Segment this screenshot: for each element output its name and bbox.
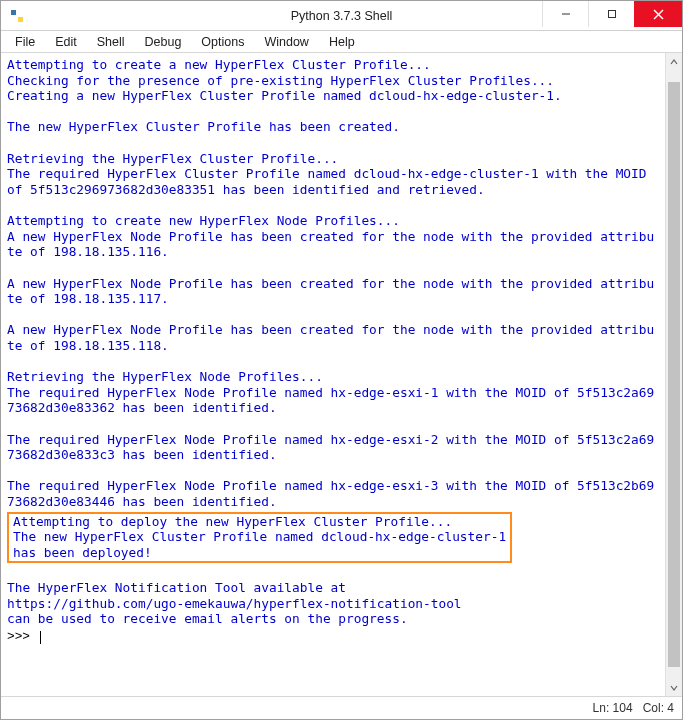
- window-controls: [542, 1, 682, 30]
- vertical-scrollbar[interactable]: [665, 53, 682, 696]
- content-area: Attempting to create a new HyperFlex Clu…: [1, 53, 682, 697]
- titlebar: Python 3.7.3 Shell: [1, 1, 682, 31]
- close-icon: [653, 9, 664, 20]
- status-column: Col: 4: [643, 701, 674, 715]
- chevron-down-icon: [670, 684, 678, 692]
- shell-output[interactable]: Attempting to create a new HyperFlex Clu…: [1, 53, 665, 696]
- svg-rect-0: [11, 10, 16, 15]
- menubar: File Edit Shell Debug Options Window Hel…: [1, 31, 682, 53]
- maximize-button[interactable]: [588, 1, 634, 27]
- menu-window[interactable]: Window: [254, 33, 318, 51]
- status-line: Ln: 104: [593, 701, 633, 715]
- text-cursor: [40, 631, 41, 644]
- output-text-1: Attempting to create a new HyperFlex Clu…: [7, 57, 659, 510]
- highlighted-output: Attempting to deploy the new HyperFlex C…: [7, 512, 512, 563]
- minimize-icon: [561, 9, 571, 19]
- scroll-down-button[interactable]: [666, 679, 682, 696]
- highlighted-text: Attempting to deploy the new HyperFlex C…: [13, 514, 506, 561]
- prompt-symbol: >>>: [7, 629, 38, 644]
- maximize-icon: [607, 9, 617, 19]
- svg-rect-1: [18, 17, 23, 22]
- scroll-up-button[interactable]: [666, 53, 682, 70]
- menu-edit[interactable]: Edit: [45, 33, 87, 51]
- prompt-line[interactable]: >>>: [7, 629, 659, 645]
- app-window: Python 3.7.3 Shell File Edit Shell Debug…: [0, 0, 683, 720]
- app-icon: [7, 6, 27, 26]
- output-text-2: The HyperFlex Notification Tool availabl…: [7, 565, 659, 627]
- menu-help[interactable]: Help: [319, 33, 365, 51]
- minimize-button[interactable]: [542, 1, 588, 27]
- scroll-thumb[interactable]: [668, 82, 680, 667]
- menu-debug[interactable]: Debug: [135, 33, 192, 51]
- statusbar: Ln: 104 Col: 4: [1, 697, 682, 719]
- menu-file[interactable]: File: [5, 33, 45, 51]
- menu-shell[interactable]: Shell: [87, 33, 135, 51]
- menu-options[interactable]: Options: [191, 33, 254, 51]
- close-button[interactable]: [634, 1, 682, 27]
- svg-rect-3: [608, 11, 615, 18]
- chevron-up-icon: [670, 58, 678, 66]
- scroll-track[interactable]: [666, 70, 682, 679]
